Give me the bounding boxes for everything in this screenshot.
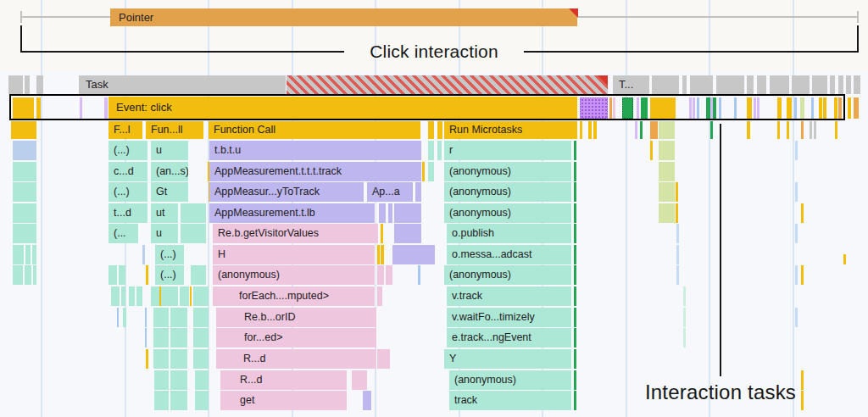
flame-chart-segment[interactable] <box>180 286 189 306</box>
flame-chart-segment[interactable] <box>129 286 135 306</box>
flame-chart-segment[interactable] <box>437 141 442 160</box>
flame-chart-segment[interactable] <box>142 245 145 264</box>
flame-chart-segment[interactable] <box>682 75 687 94</box>
flame-chart-segment[interactable] <box>838 75 843 94</box>
flame-chart-segment[interactable] <box>161 286 178 306</box>
frame-appmeasurement-t-lb[interactable]: AppMeasurement.t.lb <box>209 203 376 223</box>
task-long-task-hatched[interactable] <box>287 75 608 94</box>
flame-chart-segment[interactable] <box>574 141 576 160</box>
flame-chart-segment[interactable] <box>117 308 119 327</box>
flame-chart-segment[interactable] <box>13 141 36 160</box>
flame-chart-segment[interactable] <box>635 121 637 139</box>
flame-chart-segment[interactable] <box>659 121 675 139</box>
flame-chart-segment[interactable] <box>111 286 120 306</box>
frame-anonymous[interactable]: (anonymous) <box>444 182 572 202</box>
flame-chart-segment[interactable] <box>13 224 36 243</box>
flame-chart-segment[interactable] <box>153 349 169 369</box>
frame-col2[interactable]: (...) <box>155 265 185 285</box>
frame-t-b-t-u[interactable]: t.b.t.u <box>209 141 422 160</box>
frame-track[interactable]: track <box>449 391 572 410</box>
flame-chart-segment[interactable] <box>108 265 117 285</box>
flame-chart-segment[interactable] <box>650 121 658 139</box>
flame-chart-segment[interactable] <box>710 121 713 139</box>
flame-chart-segment[interactable] <box>170 370 187 390</box>
flame-chart-segment[interactable] <box>170 349 187 369</box>
task-truncated-bar[interactable]: T... <box>613 75 650 94</box>
frame-v-track[interactable]: v.track <box>447 286 572 306</box>
flame-chart-segment[interactable] <box>193 349 209 369</box>
flame-chart-segment[interactable] <box>428 141 434 160</box>
flame-chart-segment[interactable] <box>381 224 383 243</box>
frame-foreach-computed[interactable]: forEach....mputed> <box>213 286 376 306</box>
flame-chart-segment[interactable] <box>652 75 679 94</box>
flame-chart-segment[interactable] <box>153 308 169 327</box>
frame-col1[interactable]: t...d <box>108 203 148 223</box>
frame-col2[interactable]: u <box>151 141 189 160</box>
flame-chart-segment[interactable] <box>136 286 142 306</box>
flame-chart-segment[interactable] <box>418 265 420 285</box>
flame-chart-segment[interactable] <box>193 308 209 327</box>
frame-col1[interactable]: c...d <box>108 162 148 181</box>
frame-r[interactable]: r <box>444 141 572 160</box>
flame-chart-segment[interactable] <box>13 182 36 202</box>
flame-chart-segment[interactable] <box>676 245 679 264</box>
flame-chart-segment[interactable] <box>574 203 576 223</box>
flame-chart-segment[interactable] <box>574 182 576 202</box>
flame-chart-segment[interactable] <box>574 370 576 390</box>
flame-chart-segment[interactable] <box>812 75 827 94</box>
frame-appmeasurement-track[interactable]: AppMeasurement.t.t.t.track <box>209 162 422 181</box>
frame-col1[interactable]: (...) <box>108 141 148 160</box>
frame-col2[interactable]: (an...s) <box>151 162 189 181</box>
flame-chart-segment[interactable] <box>593 121 597 139</box>
flame-chart-segment[interactable] <box>676 182 678 202</box>
flame-chart-segment[interactable] <box>787 121 789 139</box>
flame-chart-segment[interactable] <box>123 308 126 327</box>
frame-col2[interactable]: u <box>151 224 179 243</box>
frame-anonymous[interactable]: (anonymous) <box>444 162 572 181</box>
flame-chart-segment[interactable] <box>170 308 187 327</box>
frame-ap-a[interactable]: Ap...a <box>367 182 414 202</box>
flame-chart-segment[interactable] <box>574 286 576 306</box>
frame-col2[interactable]: Gt <box>151 182 189 202</box>
flame-chart-segment[interactable] <box>650 141 653 160</box>
flame-chart-segment[interactable] <box>659 141 675 160</box>
flame-chart-segment[interactable] <box>801 121 804 139</box>
frame-anonymous[interactable]: (anonymous) <box>449 370 572 390</box>
flame-chart-segment[interactable] <box>386 265 392 285</box>
flame-chart-segment[interactable] <box>795 182 798 202</box>
flame-chart-segment[interactable] <box>830 75 835 94</box>
flame-chart-segment[interactable] <box>146 265 148 285</box>
flame-chart-segment[interactable] <box>32 245 36 264</box>
flame-chart-segment[interactable] <box>770 75 789 94</box>
flame-chart-segment[interactable] <box>747 121 750 139</box>
frame-r-d[interactable]: R...d <box>216 349 377 369</box>
flame-chart-segment[interactable] <box>25 75 30 94</box>
flame-chart-segment[interactable] <box>854 75 860 94</box>
flame-chart-segment[interactable] <box>159 286 161 306</box>
flame-chart-segment[interactable] <box>659 182 675 202</box>
flame-chart-segment[interactable] <box>676 203 678 223</box>
flame-chart-segment[interactable] <box>119 265 125 285</box>
frame-o-publish[interactable]: o.publish <box>447 224 572 243</box>
flame-chart-segment[interactable] <box>843 254 846 264</box>
frame-header-col1[interactable]: F...l <box>108 121 143 139</box>
flame-chart-segment[interactable] <box>659 203 675 223</box>
flame-chart-segment[interactable] <box>574 245 576 264</box>
frame-anonymous[interactable]: (anonymous) <box>213 265 376 285</box>
flame-chart-segment[interactable] <box>13 162 36 181</box>
flame-chart-segment[interactable] <box>659 162 675 181</box>
flame-chart-segment[interactable] <box>574 349 576 369</box>
flame-chart-segment[interactable] <box>574 224 576 243</box>
flame-chart-segment[interactable] <box>13 265 23 285</box>
flame-chart-segment[interactable] <box>153 328 169 348</box>
frame-get[interactable]: get <box>220 391 348 410</box>
flame-chart-segment[interactable] <box>193 286 209 306</box>
frame-e-tracking-event[interactable]: e.track...ngEvent <box>447 328 572 348</box>
flame-chart-segment[interactable] <box>36 75 43 94</box>
flame-chart-segment[interactable] <box>428 121 434 139</box>
frame-o-messagebroadcast[interactable]: o.messa...adcast <box>447 245 572 264</box>
flame-chart-segment[interactable] <box>25 245 31 264</box>
flame-chart-segment[interactable] <box>437 121 442 139</box>
frame-appmeasur-ytotrack[interactable]: AppMeasur...yToTrack <box>209 182 364 202</box>
flame-chart-segment[interactable] <box>574 308 576 327</box>
